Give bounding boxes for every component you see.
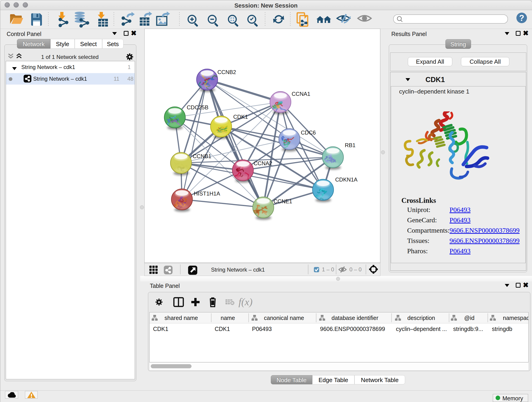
svg-text:?: ? <box>519 13 524 23</box>
svg-text:String Network – cdk1: String Network – cdk1 <box>211 267 265 273</box>
svg-text:CCNB2: CCNB2 <box>217 69 236 75</box>
svg-text:stringdb: stringdb <box>492 326 512 332</box>
svg-text:CCNA2: CCNA2 <box>254 160 272 166</box>
svg-text:database identifier: database identifier <box>331 315 378 321</box>
svg-text:P06493: P06493 <box>252 326 272 332</box>
svg-text:CCNA1: CCNA1 <box>292 91 310 97</box>
svg-text:cyclin–dependent ...: cyclin–dependent ... <box>396 326 447 332</box>
svg-text:HIST1H1A: HIST1H1A <box>194 191 220 197</box>
svg-text:CDC25B: CDC25B <box>187 104 209 110</box>
svg-text:CCNE1: CCNE1 <box>273 198 292 204</box>
svg-text:CCNB1: CCNB1 <box>193 153 211 159</box>
svg-text:9606.ENSP00000378699: 9606.ENSP00000378699 <box>320 326 385 332</box>
svg-text:CDK1: CDK1 <box>215 326 230 332</box>
svg-text:CDC6: CDC6 <box>301 129 316 136</box>
svg-text:CDK1: CDK1 <box>153 326 168 332</box>
svg-text:0 – 0: 0 – 0 <box>349 266 361 273</box>
svg-text:@id: @id <box>464 315 475 321</box>
svg-text:name: name <box>221 315 235 321</box>
svg-text:shared name: shared name <box>165 315 198 321</box>
svg-text:canonical name: canonical name <box>264 315 304 321</box>
svg-text:namespac: namespac <box>503 315 528 321</box>
svg-text:CDKN1A: CDKN1A <box>335 177 357 183</box>
svg-text:CDK1: CDK1 <box>233 114 248 120</box>
svg-text:1 – 0: 1 – 0 <box>322 266 334 273</box>
svg-text:stringdb:9...: stringdb:9... <box>453 326 483 332</box>
svg-text:f(x): f(x) <box>239 296 253 307</box>
svg-text:RB1: RB1 <box>345 142 355 148</box>
svg-text:description: description <box>407 315 435 321</box>
